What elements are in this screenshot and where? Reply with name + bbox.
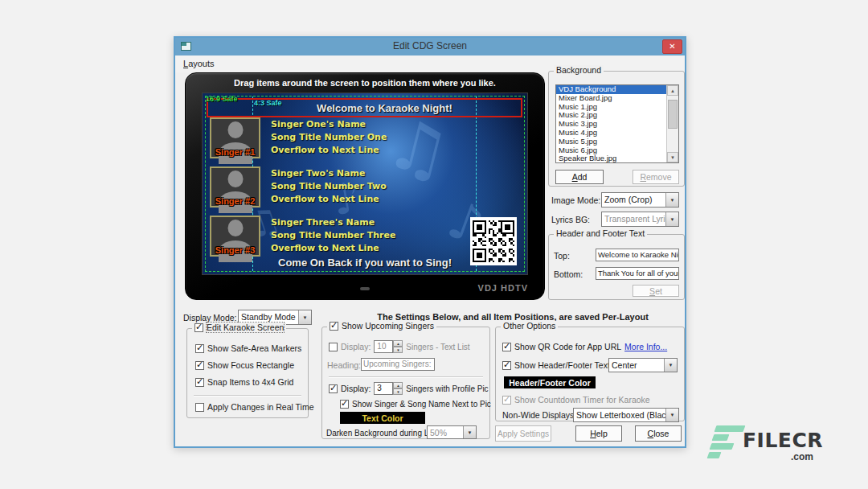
close-button[interactable]: Close	[635, 425, 682, 442]
profile-pic-checkbox[interactable]	[329, 384, 338, 393]
spin-up-icon[interactable]: ▲	[393, 382, 403, 388]
snap-grid-label: Snap Items to 4x4 Grid	[207, 377, 293, 387]
lyrics-bg-select[interactable]: Transparent Lyrics ▼	[601, 212, 679, 227]
edit-karaoke-checkbox[interactable]	[194, 323, 203, 332]
singer-avatar: Singer #1	[210, 117, 260, 158]
hf-position-value: Center	[609, 359, 664, 372]
song-title: Song Title Number Two	[271, 180, 387, 193]
singer-slot-1[interactable]: Singer #1 Singer One's Name Song Title N…	[210, 117, 483, 162]
text-list-count-stepper[interactable]: 10 ▲▼	[374, 340, 403, 353]
more-info-link[interactable]: More Info...	[624, 342, 667, 351]
pic-count-stepper[interactable]: 3 ▲▼	[374, 382, 403, 395]
overflow-line: Overflow to Next Line	[271, 242, 395, 255]
overflow-line: Overflow to Next Line	[271, 193, 387, 206]
hf-position-select[interactable]: Center ▼	[608, 358, 678, 372]
safe-169-label: 16:9 Safe	[206, 95, 238, 103]
close-icon[interactable]	[662, 39, 682, 54]
heading-input[interactable]: Upcoming Singers:	[361, 358, 435, 371]
chevron-down-icon[interactable]: ▼	[664, 359, 677, 372]
scrollbar[interactable]: ▲ ▼	[666, 85, 678, 162]
list-item[interactable]: Mixer Board.jpg	[556, 94, 666, 103]
divider	[329, 376, 483, 377]
background-legend: Background	[554, 65, 604, 75]
header-footer-legend: Header and Footer Text	[554, 228, 647, 238]
hf-text-label: Show Header/Footer Text	[514, 360, 610, 370]
singer-slot-3[interactable]: Singer #3 Singer Three's Name Song Title…	[210, 216, 483, 261]
lyrics-bg-value: Transparent Lyrics	[602, 212, 665, 226]
set-button[interactable]: Set	[633, 285, 679, 297]
qr-code-checkbox[interactable]	[502, 343, 511, 351]
upcoming-singers-checkbox[interactable]	[330, 322, 338, 331]
safe-area-checkbox[interactable]	[195, 344, 204, 353]
image-mode-value: Zoom (Crop)	[602, 193, 665, 207]
text-color-button[interactable]: Text Color	[340, 412, 425, 424]
text-list-count-value[interactable]: 10	[374, 340, 393, 353]
bottom-text-input[interactable]: Thank You for all of your sup	[596, 267, 679, 280]
singer-text-lines: Singer Three's Name Song Title Number Th…	[271, 216, 395, 255]
chevron-down-icon[interactable]: ▼	[463, 426, 476, 438]
chevron-down-icon[interactable]: ▼	[298, 310, 311, 324]
pic-suffix: Singers with Profile Pic	[406, 384, 488, 393]
edit-karaoke-label: Edit Karaoke Screen	[207, 323, 284, 332]
countdown-label: Show Countdown Timer for Karaoke	[514, 395, 650, 405]
spin-down-icon[interactable]: ▼	[393, 388, 403, 395]
karaoke-screen-preview[interactable]: ♫ ♪ ♪ ♫ Welcome to Karaoke Night! 16:9 S…	[202, 92, 528, 275]
singer-avatar: Singer #3	[210, 216, 260, 257]
person-silhouette-icon	[227, 220, 243, 236]
logo-bar	[707, 452, 722, 458]
upcoming-singers-group: Show Upcoming Singers Display: 10 ▲▼ Sin…	[321, 327, 490, 439]
show-name-checkbox[interactable]	[340, 400, 349, 409]
nonwide-value: Show Letterboxed (Black Bar	[574, 409, 665, 421]
text-list-suffix: Singers - Text List	[406, 343, 469, 351]
hf-text-checkbox[interactable]	[502, 361, 511, 370]
scrollbar-thumb[interactable]	[668, 100, 678, 129]
top-text-input[interactable]: Welcome to Karaoke Night!	[596, 249, 679, 261]
header-footer-color-button[interactable]: Header/Footer Color	[504, 376, 596, 388]
apply-settings-button[interactable]: Apply Settings	[495, 425, 551, 442]
upcoming-singers-label: Show Upcoming Singers	[342, 321, 434, 331]
drag-hint: Drag items around the screen to position…	[186, 78, 544, 88]
snap-grid-checkbox[interactable]	[195, 378, 204, 387]
chevron-down-icon[interactable]: ▼	[665, 409, 678, 421]
image-mode-label: Image Mode:	[551, 195, 600, 205]
remove-button[interactable]: Remove	[633, 170, 679, 184]
real-time-checkbox[interactable]	[195, 403, 204, 412]
focus-rect-label: Show Focus Rectangle	[207, 360, 294, 370]
top-label: Top:	[554, 251, 570, 261]
pic-count-value[interactable]: 3	[374, 382, 393, 395]
image-mode-select[interactable]: Zoom (Crop) ▼	[601, 192, 679, 208]
focus-rect-checkbox[interactable]	[195, 361, 204, 370]
logo-bar	[714, 425, 746, 432]
heading-label: Heading:	[327, 360, 361, 370]
list-item[interactable]: Speaker Blue.jpg	[556, 154, 666, 162]
add-button[interactable]: Add	[555, 170, 604, 184]
singer-slot-2[interactable]: Singer #2 Singer Two's Name Song Title N…	[210, 166, 483, 212]
window-title: Edit CDG Screen	[175, 40, 685, 51]
edit-cdg-dialog: Edit CDG Screen Layouts Drag items aroun…	[174, 36, 686, 448]
nonwide-select[interactable]: Show Letterboxed (Black Bar ▼	[573, 408, 679, 422]
background-list[interactable]: VDJ Background Mixer Board.jpg Music 1.j…	[555, 84, 679, 163]
menubar: Layouts	[175, 55, 685, 72]
text-list-checkbox[interactable]	[329, 343, 338, 351]
preview-header-text[interactable]: Welcome to Karaoke Night!	[280, 102, 489, 114]
list-item[interactable]: Music 5.jpg	[556, 138, 666, 146]
scroll-up-icon[interactable]: ▲	[667, 85, 678, 96]
singer-number-label: Singer #2	[211, 196, 259, 206]
other-options-group: Other Options Show QR Code for App URL M…	[495, 327, 685, 421]
tv-brand-label: VDJ HDTV	[478, 283, 528, 293]
preview-footer-text[interactable]: Come On Back if you want to Sing!	[252, 257, 477, 269]
menu-layouts[interactable]: Layouts	[183, 59, 215, 68]
darken-select[interactable]: 50% ▼	[427, 425, 477, 439]
spin-up-icon[interactable]: ▲	[393, 340, 403, 347]
tv-power-led	[360, 287, 370, 290]
qr-code[interactable]	[470, 217, 517, 265]
help-button[interactable]: Help	[575, 425, 622, 442]
chevron-down-icon[interactable]: ▼	[665, 212, 678, 226]
scroll-down-icon[interactable]: ▼	[667, 152, 678, 162]
spin-down-icon[interactable]: ▼	[393, 347, 403, 353]
singer-text-lines: Singer One's Name Song Title Number One …	[271, 118, 387, 157]
display-pic-label: Display:	[341, 384, 371, 393]
safe-43-label: 4:3 Safe	[254, 99, 282, 107]
chevron-down-icon[interactable]: ▼	[665, 193, 678, 207]
background-group: Background VDJ Background Mixer Board.jp…	[548, 71, 685, 187]
